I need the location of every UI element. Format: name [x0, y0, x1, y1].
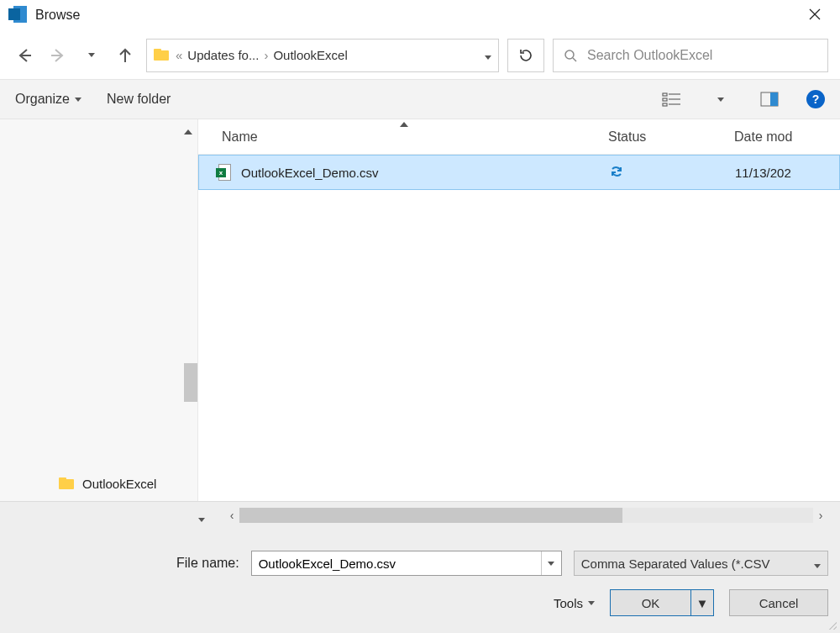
ok-split-button: OK ▼	[610, 589, 714, 616]
back-button[interactable]	[12, 43, 37, 68]
svg-rect-9	[663, 98, 667, 101]
ok-label: OK	[642, 596, 660, 610]
search-icon	[564, 49, 577, 62]
excel-file-icon: x	[216, 164, 233, 181]
column-date[interactable]: Date mod	[734, 129, 840, 145]
nav-folder-label: OutlookExcel	[82, 477, 156, 491]
search-input[interactable]	[585, 47, 817, 64]
filename-label: File name:	[176, 556, 239, 571]
scroll-right-button[interactable]: ›	[813, 509, 828, 522]
close-button[interactable]	[798, 8, 832, 24]
svg-line-6	[573, 58, 576, 61]
caret-down-icon	[588, 601, 595, 605]
breadcrumb-dropdown[interactable]	[485, 48, 491, 62]
svg-rect-11	[663, 103, 667, 106]
column-name[interactable]: Name	[198, 129, 608, 145]
breadcrumb-current[interactable]: OutlookExcel	[273, 48, 347, 62]
preview-pane-button[interactable]	[758, 88, 781, 110]
caret-down-icon	[75, 98, 81, 102]
column-headers: Name Status Date mod	[198, 119, 840, 155]
ok-button[interactable]: OK	[611, 590, 691, 615]
file-list-pane: Name Status Date mod x OutlookExcel_Demo…	[198, 119, 840, 501]
sort-indicator-icon	[400, 115, 408, 129]
nav-collapse-caret[interactable]	[198, 510, 205, 525]
svg-rect-7	[663, 93, 667, 96]
folder-icon	[59, 477, 76, 491]
forward-button[interactable]	[45, 43, 71, 68]
filetype-dropdown-icon	[814, 557, 821, 571]
new-folder-button[interactable]: New folder	[107, 92, 171, 107]
view-options-button[interactable]	[660, 88, 684, 110]
breadcrumb-prev[interactable]: Updates fo...	[187, 48, 259, 62]
nav-scrollbar[interactable]	[184, 119, 197, 501]
cancel-label: Cancel	[759, 596, 799, 610]
refresh-button[interactable]	[507, 39, 544, 72]
chevron-right-icon: ›	[264, 48, 268, 62]
sync-status-icon	[609, 164, 624, 182]
file-name: OutlookExcel_Demo.csv	[241, 166, 378, 180]
organize-label: Organize	[15, 92, 70, 107]
new-folder-label: New folder	[107, 92, 171, 107]
scroll-thumb[interactable]	[239, 508, 622, 523]
cancel-button[interactable]: Cancel	[729, 589, 828, 616]
scroll-left-button[interactable]: ‹	[224, 509, 239, 522]
help-button[interactable]: ?	[806, 90, 825, 108]
title-bar: Browse	[0, 0, 840, 30]
horizontal-scrollbar[interactable]: ‹ ›	[224, 507, 828, 524]
chevron-left-icon: «	[176, 48, 182, 62]
breadcrumb-bar[interactable]: « Updates fo... › OutlookExcel	[146, 39, 499, 72]
search-box[interactable]	[553, 39, 828, 72]
scroll-track[interactable]	[239, 508, 813, 523]
folder-icon	[154, 49, 171, 62]
column-status[interactable]: Status	[608, 129, 734, 145]
resize-grip[interactable]	[827, 620, 837, 630]
address-bar-row: « Updates fo... › OutlookExcel	[0, 30, 840, 79]
file-date: 11/13/202	[735, 166, 839, 180]
view-dropdown[interactable]	[709, 88, 732, 110]
recent-locations-dropdown[interactable]	[79, 43, 104, 68]
outlook-icon	[8, 6, 27, 24]
filetype-combobox[interactable]: Comma Separated Values (*.CSV	[574, 551, 828, 576]
up-button[interactable]	[113, 43, 138, 68]
svg-rect-14	[770, 92, 778, 106]
nav-folder-outlookexcel[interactable]: OutlookExcel	[59, 477, 156, 491]
svg-point-5	[565, 50, 574, 59]
tools-label: Tools	[554, 596, 583, 610]
dialog-footer: ‹ › File name: Comma Separated Values (*…	[0, 501, 840, 633]
tools-menu[interactable]: Tools	[554, 596, 595, 610]
filename-input[interactable]	[252, 557, 541, 571]
nav-scroll-thumb[interactable]	[184, 363, 197, 402]
file-row[interactable]: x OutlookExcel_Demo.csv 11/13/202	[198, 155, 840, 190]
organize-menu[interactable]: Organize	[15, 92, 81, 107]
main-area: OutlookExcel Name Status Date mod x Outl…	[0, 119, 840, 501]
ok-dropdown[interactable]: ▼	[691, 590, 713, 615]
window-title: Browse	[35, 8, 80, 23]
filetype-label: Comma Separated Values (*.CSV	[581, 557, 770, 571]
toolbar: Organize New folder ?	[0, 79, 840, 119]
filename-dropdown[interactable]	[541, 551, 561, 575]
navigation-pane[interactable]: OutlookExcel	[0, 119, 198, 501]
filename-combobox[interactable]	[251, 551, 562, 576]
